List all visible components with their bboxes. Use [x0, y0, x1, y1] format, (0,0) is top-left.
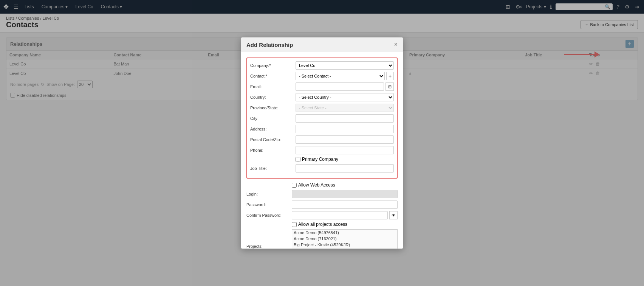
modal-title: Add Relationship — [246, 42, 293, 48]
country-row: Country: - Select Country - — [250, 93, 394, 101]
email-input[interactable] — [296, 82, 384, 91]
province-select[interactable]: - Select State - — [296, 104, 394, 105]
country-select[interactable]: - Select Country - — [296, 93, 394, 101]
contact-add-button[interactable]: + — [386, 72, 394, 80]
email-label: Email: — [250, 84, 296, 89]
country-label: Country: — [250, 95, 296, 99]
modal-body: Company:* Level Co Contact:* - Select Co… — [241, 52, 403, 105]
email-row: Email: ⊞ — [250, 82, 394, 91]
add-relationship-modal: Add Relationship × Company:* Level Co Co… — [241, 37, 403, 105]
email-icon-button[interactable]: ⊞ — [385, 82, 394, 91]
company-select[interactable]: Level Co — [296, 61, 394, 70]
province-row: Province/State: - Select State - — [250, 104, 394, 105]
contact-select[interactable]: - Select Contact - — [296, 72, 385, 80]
contact-label: Contact:* — [250, 74, 296, 78]
contact-row: Contact:* - Select Contact - + — [250, 72, 394, 80]
company-label: Company:* — [250, 63, 296, 68]
company-row: Company:* Level Co — [250, 61, 394, 70]
modal-header: Add Relationship × — [241, 37, 403, 52]
required-fields-section: Company:* Level Co Contact:* - Select Co… — [246, 58, 398, 105]
modal-close-button[interactable]: × — [394, 41, 398, 48]
modal-overlay: Add Relationship × Company:* Level Co Co… — [0, 0, 644, 105]
